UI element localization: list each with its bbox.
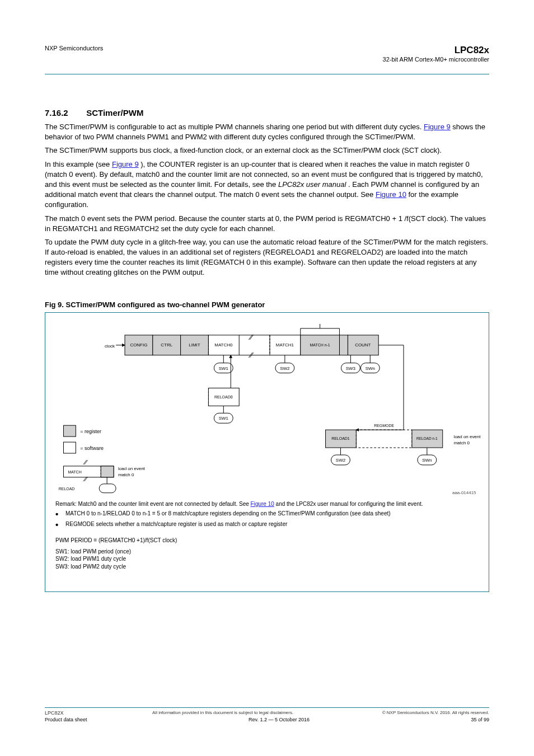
- svg-text:SW1: SW1: [219, 416, 229, 421]
- svg-text:REGMODE: REGMODE: [374, 424, 394, 428]
- svg-text:aaa-014415: aaa-014415: [452, 490, 476, 495]
- paragraph-5: To update the PWM duty cycle in a glitch…: [45, 237, 489, 278]
- svg-rect-18: [339, 335, 348, 355]
- footer-right: © NXP Semiconductors N.V. 2016. All righ…: [382, 710, 489, 716]
- header-left: NXP Semiconductors: [45, 45, 103, 63]
- svg-text:RELOAD0: RELOAD0: [214, 395, 233, 399]
- svg-rect-72: [101, 466, 114, 477]
- svg-text:match 0: match 0: [454, 440, 470, 445]
- header-product: LPC82x: [383, 45, 489, 56]
- svg-rect-63: [63, 425, 76, 436]
- pwm-period: PWM PERIOD = (REGMATCH0 +1)/f(SCT clock): [55, 537, 479, 544]
- svg-rect-49: [356, 430, 412, 448]
- svg-text:SW2: SW2: [336, 458, 346, 463]
- figure-bullet-2: • REGMODE selects whether a match/captur…: [55, 520, 479, 529]
- page-header: NXP Semiconductors LPC82x 32-bit ARM Cor…: [45, 45, 489, 63]
- svg-text:MATCH   n-1: MATCH n-1: [310, 342, 330, 346]
- svg-text:load on event: load on event: [454, 434, 481, 439]
- paragraph-2: The SCTimer/PWM supports bus clock, a fi…: [45, 145, 489, 156]
- svg-text:LIMIT: LIMIT: [189, 342, 200, 347]
- svg-text:clock: clock: [105, 343, 115, 348]
- svg-text:SW2: SW2: [280, 365, 290, 370]
- figure-9: CONFIG CTRL LIMIT MATCH0 ∕∕ ∕∕: [45, 312, 489, 592]
- svg-text:MATCH: MATCH: [68, 469, 81, 473]
- svg-text:∕∕: ∕∕: [248, 333, 254, 341]
- svg-text:match 0: match 0: [118, 472, 134, 477]
- sw-label-3: SW3: load PWM2 duty cycle: [55, 563, 479, 571]
- svg-text:RELOAD1: RELOAD1: [331, 436, 350, 440]
- footer-label: Product data sheet: [45, 717, 87, 722]
- section-title-text: SCTimer/PWM: [86, 108, 143, 118]
- emphasis-manual: LPC82x user manual: [278, 180, 346, 189]
- figure-caption: Fig 9. SCTimer/PWM configured as two-cha…: [45, 300, 489, 309]
- svg-text:= register: = register: [80, 429, 101, 434]
- paragraph-1: The SCTimer/PWM is configurable to act a…: [45, 122, 489, 142]
- svg-text:CTRL: CTRL: [161, 342, 172, 347]
- link-figure-10-b[interactable]: Figure 10: [251, 501, 274, 507]
- header-rule: [45, 74, 489, 74]
- footer-page: 35 of 99: [471, 717, 489, 722]
- svg-text:CONFIG: CONFIG: [130, 342, 147, 347]
- svg-text:MATCH0: MATCH0: [214, 342, 233, 347]
- svg-text:RELOAD: RELOAD: [59, 486, 75, 490]
- figure-remark: Remark: Match0 and the counter limit eve…: [55, 500, 479, 508]
- sw-label-1: SW1: load PWM period (once): [55, 548, 479, 556]
- footer-mid: All information provided in this documen…: [152, 710, 293, 716]
- paragraph-4: The match 0 event sets the PWM period. B…: [45, 214, 489, 234]
- page-footer: LPC82X All information provided in this …: [45, 702, 489, 722]
- section-number: 7.16.2: [45, 108, 84, 118]
- body: 7.16.2 SCTimer/PWM The SCTimer/PWM is co…: [45, 108, 489, 592]
- svg-text:SWn: SWn: [422, 458, 432, 463]
- svg-text:COUNT: COUNT: [355, 342, 371, 347]
- svg-text:MATCH1: MATCH1: [276, 342, 294, 347]
- link-figure-9-a[interactable]: Figure 9: [424, 123, 451, 131]
- svg-text:= software: = software: [80, 445, 104, 451]
- svg-text:SW3: SW3: [346, 365, 356, 370]
- svg-text:RELOAD   n-1: RELOAD n-1: [416, 436, 438, 440]
- svg-text:SWn: SWn: [366, 365, 375, 370]
- section-heading: 7.16.2 SCTimer/PWM: [45, 108, 489, 118]
- sw-label-2: SW2: load PWM1 duty cycle: [55, 555, 479, 563]
- header-subtitle: 32-bit ARM Cortex-M0+ microcontroller: [383, 56, 489, 63]
- svg-text:load on event: load on event: [118, 466, 146, 471]
- figure-bullet-1: • MATCH 0 to n-1/RELOAD 0 to n-1 = 5 or …: [55, 510, 479, 518]
- svg-rect-77: [99, 483, 116, 492]
- link-figure-9-b[interactable]: Figure 9: [112, 160, 139, 168]
- footer-rev: Rev. 1.2 — 5 October 2016: [249, 717, 310, 722]
- svg-text:SW1: SW1: [219, 365, 229, 370]
- svg-rect-65: [63, 442, 76, 453]
- svg-text:∕∕: ∕∕: [83, 459, 88, 466]
- link-figure-10-a[interactable]: Figure 10: [376, 190, 406, 199]
- footer-doc: LPC82X: [45, 710, 64, 716]
- paragraph-3: In this example (see Figure 9 ), the COU…: [45, 159, 489, 210]
